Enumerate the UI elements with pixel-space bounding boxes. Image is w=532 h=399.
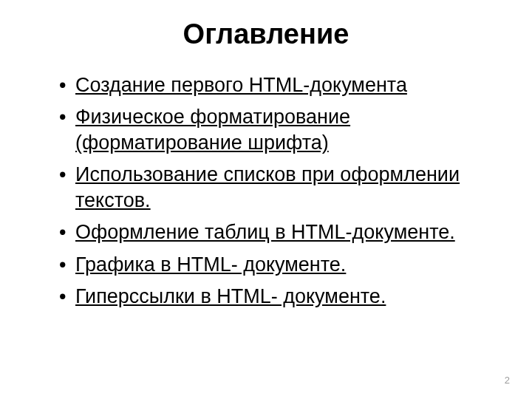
toc-item: Физическое форматирование (форматировани… [59,104,495,156]
toc-link-hyperlinks[interactable]: Гиперссылки в HTML- документе. [75,285,386,307]
slide-container: Оглавление Создание первого HTML-докумен… [0,0,532,399]
toc-item: Создание первого HTML-документа [59,72,495,98]
page-title: Оглавление [37,18,495,50]
page-number: 2 [505,375,510,386]
toc-item: Гиперссылки в HTML- документе. [59,284,495,310]
table-of-contents: Создание первого HTML-документа Физическ… [37,72,495,310]
toc-item: Оформление таблиц в HTML-документе. [59,219,495,245]
toc-link-using-lists[interactable]: Использование списков при оформлении тек… [75,163,460,211]
toc-link-tables-design[interactable]: Оформление таблиц в HTML-документе. [75,221,455,243]
toc-link-graphics[interactable]: Графика в HTML- документе. [75,253,346,276]
toc-link-first-html-doc[interactable]: Создание первого HTML-документа [75,74,407,96]
toc-item: Использование списков при оформлении тек… [59,162,495,214]
toc-link-physical-formatting[interactable]: Физическое форматирование (форматировани… [75,106,350,154]
toc-item: Графика в HTML- документе. [59,252,495,278]
